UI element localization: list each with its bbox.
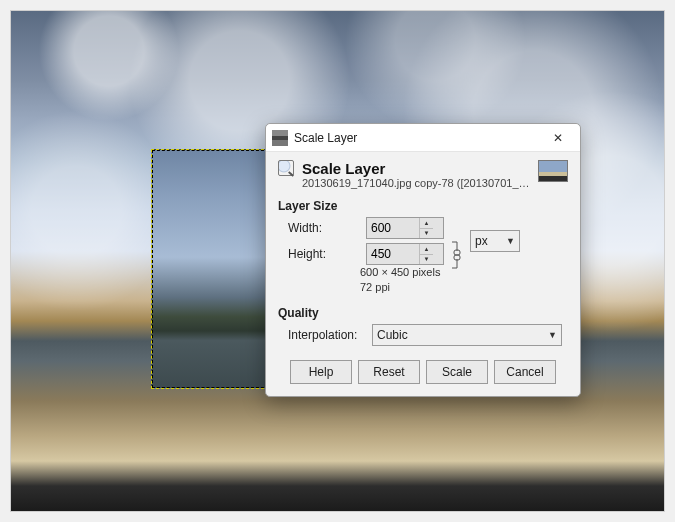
- dialog-title: Scale Layer: [294, 131, 536, 145]
- header-text: Scale Layer 20130619_171040.jpg copy-78 …: [302, 160, 530, 189]
- dialog-header: Scale Layer 20130619_171040.jpg copy-78 …: [278, 160, 568, 189]
- interpolation-row: Interpolation: Cubic ▼: [288, 324, 568, 346]
- close-icon: ✕: [553, 131, 563, 145]
- width-input[interactable]: [367, 218, 419, 238]
- cancel-button[interactable]: Cancel: [494, 360, 556, 384]
- spin-down-icon[interactable]: ▼: [419, 229, 433, 239]
- size-grid: Width: ▲ ▼ p: [288, 217, 568, 265]
- width-spinner[interactable]: ▲ ▼: [366, 217, 444, 239]
- scale-button[interactable]: Scale: [426, 360, 488, 384]
- spin-up-icon[interactable]: ▲: [419, 244, 433, 255]
- height-spin-buttons[interactable]: ▲ ▼: [419, 244, 433, 264]
- unit-value: px: [475, 234, 488, 248]
- layer-size-heading: Layer Size: [278, 199, 568, 213]
- quality-heading: Quality: [278, 306, 568, 320]
- width-spin-buttons[interactable]: ▲ ▼: [419, 218, 433, 238]
- height-input[interactable]: [367, 244, 419, 264]
- height-spinner[interactable]: ▲ ▼: [366, 243, 444, 265]
- spin-up-icon[interactable]: ▲: [419, 218, 433, 229]
- chain-link-icon: [450, 231, 464, 279]
- dialog-content: Scale Layer 20130619_171040.jpg copy-78 …: [266, 152, 580, 396]
- width-label: Width:: [288, 221, 360, 235]
- interpolation-value: Cubic: [377, 328, 408, 342]
- canvas-background: Scale Layer ✕ Scale Layer 20130619_17104…: [10, 10, 665, 512]
- header-subtitle: 20130619_171040.jpg copy-78 ([20130701_…: [302, 177, 530, 189]
- height-label: Height:: [288, 247, 360, 261]
- spin-down-icon[interactable]: ▼: [419, 255, 433, 265]
- app-icon: [272, 130, 288, 146]
- pixel-dimensions: 600 × 450 pixels: [360, 265, 568, 280]
- header-title: Scale Layer: [302, 160, 530, 177]
- help-button[interactable]: Help: [290, 360, 352, 384]
- scale-icon: [278, 160, 294, 176]
- close-button[interactable]: ✕: [542, 127, 574, 149]
- dialog-titlebar[interactable]: Scale Layer ✕: [266, 124, 580, 152]
- chevron-down-icon: ▼: [548, 330, 557, 340]
- reset-button[interactable]: Reset: [358, 360, 420, 384]
- interpolation-label: Interpolation:: [288, 328, 366, 342]
- chevron-down-icon: ▼: [506, 236, 515, 246]
- scale-layer-dialog: Scale Layer ✕ Scale Layer 20130619_17104…: [265, 123, 581, 397]
- unit-select[interactable]: px ▼: [470, 230, 520, 252]
- interpolation-select[interactable]: Cubic ▼: [372, 324, 562, 346]
- layer-thumbnail: [538, 160, 568, 182]
- resolution-info: 72 ppi: [360, 280, 568, 295]
- dialog-buttons: Help Reset Scale Cancel: [278, 360, 568, 384]
